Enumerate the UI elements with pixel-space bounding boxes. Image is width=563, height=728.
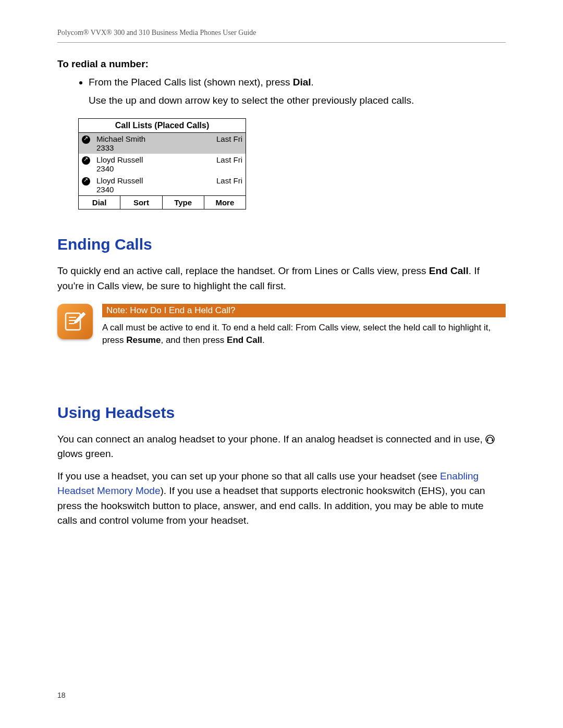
- softkey-more[interactable]: More: [204, 196, 246, 209]
- note-title: Note: How Do I End a Held Call?: [102, 304, 506, 317]
- headsets-paragraph-2: If you use a headset, you can set up you…: [57, 469, 506, 528]
- softkey-sort[interactable]: Sort: [120, 196, 162, 209]
- text: If you use a headset, you can set up you…: [57, 471, 440, 482]
- redial-bullet-text-2: .: [311, 77, 314, 88]
- heading-ending-calls: Ending Calls: [57, 236, 506, 253]
- bold-end-call: End Call: [227, 335, 262, 345]
- svg-rect-5: [487, 439, 488, 441]
- page-number: 18: [57, 691, 66, 699]
- note-icon: [57, 304, 93, 339]
- softkey-dial[interactable]: Dial: [79, 196, 120, 209]
- call-time: Last Fri: [216, 155, 242, 164]
- note-text: A call must be active to end it. To end …: [102, 317, 506, 347]
- svg-rect-6: [492, 439, 494, 441]
- placed-call-row: Lloyd Russell 2340 Last Fri: [79, 154, 246, 175]
- text: .: [262, 335, 265, 345]
- headset-key-icon: [485, 434, 495, 443]
- text: glows green.: [57, 448, 114, 459]
- redial-bullet-after: Use the up and down arrow key to select …: [89, 93, 506, 108]
- placed-call-row: Michael Smith 2333 Last Fri: [79, 133, 246, 154]
- call-extension: 2340: [96, 164, 216, 173]
- phone-screenshot: Call Lists (Placed Calls) Michael Smith …: [78, 118, 246, 209]
- bold-resume: Resume: [126, 335, 161, 345]
- call-time: Last Fri: [216, 176, 242, 185]
- header-divider: [57, 42, 506, 43]
- call-name: Lloyd Russell: [96, 155, 216, 164]
- note-callout: Note: How Do I End a Held Call? A call m…: [57, 304, 506, 347]
- text: You can connect an analog headset to you…: [57, 434, 485, 445]
- call-name: Lloyd Russell: [96, 176, 216, 185]
- headsets-paragraph-1: You can connect an analog headset to you…: [57, 432, 506, 462]
- text: , and then press: [161, 335, 227, 345]
- outgoing-call-icon: [82, 156, 92, 166]
- call-time: Last Fri: [216, 134, 242, 143]
- phone-title: Call Lists (Placed Calls): [79, 119, 246, 133]
- redial-bullet: From the Placed Calls list (shown next),…: [89, 75, 506, 108]
- heading-using-headsets: Using Headsets: [57, 404, 506, 422]
- call-name: Michael Smith: [96, 134, 216, 143]
- call-extension: 2340: [96, 185, 216, 194]
- outgoing-call-icon: [82, 177, 92, 187]
- softkey-type[interactable]: Type: [163, 196, 204, 209]
- bold-end-call: End Call: [429, 265, 469, 276]
- call-extension: 2333: [96, 143, 216, 152]
- running-header: Polycom® VVX® 300 and 310 Business Media…: [57, 29, 506, 42]
- placed-call-row: Lloyd Russell 2340 Last Fri: [79, 175, 246, 195]
- redial-bullet-text-1: From the Placed Calls list (shown next),…: [89, 77, 293, 88]
- redial-bullet-bold: Dial: [293, 77, 311, 88]
- text: To quickly end an active call, replace t…: [57, 265, 429, 276]
- redial-subhead: To redial a number:: [57, 58, 506, 70]
- ending-calls-paragraph: To quickly end an active call, replace t…: [57, 264, 506, 293]
- outgoing-call-icon: [82, 135, 92, 145]
